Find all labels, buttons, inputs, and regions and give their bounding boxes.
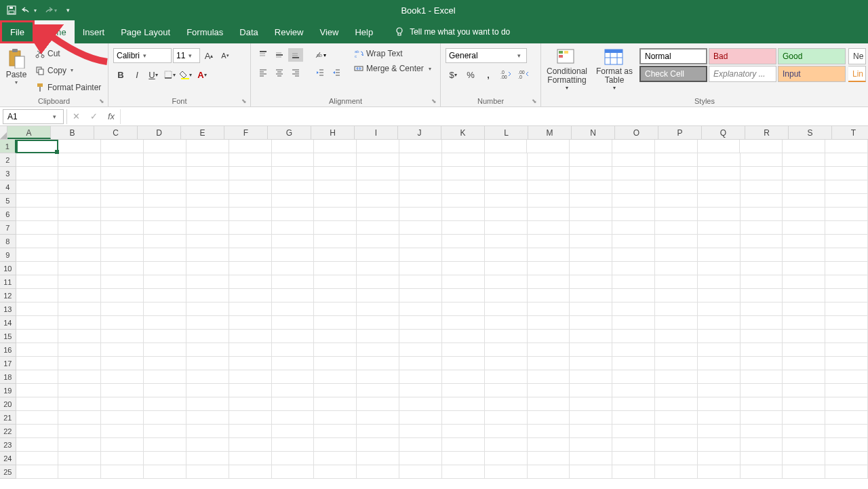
cell[interactable] bbox=[144, 302, 186, 316]
cell[interactable] bbox=[698, 208, 741, 221]
cell[interactable] bbox=[741, 208, 783, 221]
style-check-cell[interactable]: Check Cell bbox=[639, 66, 707, 82]
cell[interactable] bbox=[186, 384, 229, 397]
cell[interactable] bbox=[357, 343, 399, 357]
cell[interactable] bbox=[186, 438, 229, 452]
cell[interactable] bbox=[186, 262, 229, 275]
cell[interactable] bbox=[16, 153, 59, 167]
column-header[interactable]: J bbox=[398, 126, 441, 139]
cell[interactable] bbox=[314, 194, 357, 208]
cell[interactable] bbox=[612, 167, 655, 180]
cell[interactable] bbox=[272, 180, 315, 194]
cell[interactable] bbox=[485, 465, 528, 479]
cell[interactable] bbox=[698, 275, 741, 289]
cell[interactable] bbox=[186, 208, 229, 221]
cell[interactable] bbox=[229, 140, 272, 153]
cell[interactable] bbox=[655, 411, 698, 425]
cell[interactable] bbox=[825, 357, 868, 370]
cell[interactable] bbox=[485, 248, 528, 262]
cell[interactable] bbox=[399, 167, 442, 180]
cell[interactable] bbox=[144, 343, 186, 357]
cell[interactable] bbox=[612, 343, 655, 357]
cell[interactable] bbox=[783, 208, 825, 221]
cell[interactable] bbox=[825, 289, 868, 302]
cell[interactable] bbox=[612, 411, 655, 425]
cell[interactable] bbox=[314, 248, 357, 262]
cell[interactable] bbox=[399, 289, 442, 302]
cell[interactable] bbox=[101, 235, 144, 248]
cell[interactable] bbox=[655, 167, 698, 180]
cell[interactable] bbox=[101, 438, 144, 452]
cell[interactable] bbox=[655, 180, 698, 194]
cell[interactable] bbox=[570, 221, 612, 235]
cell[interactable] bbox=[186, 465, 229, 479]
paste-button[interactable]: Paste ▾ bbox=[2, 45, 31, 96]
cell[interactable] bbox=[58, 465, 101, 479]
cell[interactable] bbox=[485, 397, 528, 411]
cell[interactable] bbox=[272, 140, 315, 153]
comma-format-button[interactable]: , bbox=[481, 67, 496, 82]
cell[interactable] bbox=[186, 221, 229, 235]
cell[interactable] bbox=[698, 452, 741, 465]
row-header[interactable]: 20 bbox=[0, 397, 16, 411]
cell[interactable] bbox=[101, 370, 144, 384]
cell[interactable] bbox=[101, 262, 144, 275]
cell[interactable] bbox=[528, 153, 570, 167]
format-as-table-button[interactable]: Format as Table▾ bbox=[591, 45, 638, 91]
cell[interactable] bbox=[101, 248, 144, 262]
row-header[interactable]: 2 bbox=[0, 153, 16, 167]
cell[interactable] bbox=[825, 180, 868, 194]
cell[interactable] bbox=[399, 221, 442, 235]
cell[interactable] bbox=[442, 411, 485, 425]
cell[interactable] bbox=[783, 357, 825, 370]
cell[interactable] bbox=[16, 208, 59, 221]
conditional-formatting-button[interactable]: Conditional Formatting▾ bbox=[543, 45, 591, 91]
cell[interactable] bbox=[485, 357, 528, 370]
cell[interactable] bbox=[314, 180, 357, 194]
cell[interactable] bbox=[570, 343, 612, 357]
cell[interactable] bbox=[612, 357, 655, 370]
cell[interactable] bbox=[485, 330, 528, 343]
cell[interactable] bbox=[186, 411, 229, 425]
format-painter-button[interactable]: Format Painter bbox=[33, 81, 103, 94]
cell[interactable] bbox=[229, 438, 272, 452]
cell[interactable] bbox=[144, 275, 186, 289]
cell[interactable] bbox=[570, 167, 612, 180]
row-header[interactable]: 6 bbox=[0, 208, 16, 221]
cell[interactable] bbox=[16, 289, 59, 302]
cell[interactable] bbox=[101, 302, 144, 316]
cell[interactable] bbox=[58, 208, 101, 221]
cell[interactable] bbox=[314, 438, 357, 452]
tab-insert[interactable]: Insert bbox=[75, 20, 113, 43]
cell[interactable] bbox=[16, 330, 59, 343]
cell[interactable] bbox=[655, 452, 698, 465]
cell[interactable] bbox=[58, 302, 101, 316]
cell[interactable] bbox=[272, 397, 315, 411]
cell[interactable] bbox=[58, 370, 101, 384]
cell[interactable] bbox=[612, 275, 655, 289]
cell[interactable] bbox=[741, 465, 783, 479]
cell[interactable] bbox=[357, 438, 399, 452]
column-header[interactable]: A bbox=[7, 126, 51, 139]
merge-center-button[interactable]: Merge & Center ▾ bbox=[352, 63, 433, 74]
align-top-button[interactable] bbox=[256, 48, 271, 62]
cell[interactable] bbox=[58, 316, 101, 330]
cell[interactable] bbox=[612, 425, 655, 438]
formula-input[interactable] bbox=[120, 109, 868, 124]
tab-view[interactable]: View bbox=[311, 20, 347, 43]
cell[interactable] bbox=[399, 465, 442, 479]
cell[interactable] bbox=[528, 289, 570, 302]
style-neutral-partial[interactable]: Ne bbox=[848, 48, 866, 64]
cell[interactable] bbox=[741, 438, 783, 452]
cell[interactable] bbox=[570, 357, 612, 370]
cell[interactable] bbox=[357, 289, 399, 302]
cell[interactable] bbox=[144, 262, 186, 275]
row-header[interactable]: 9 bbox=[0, 248, 16, 262]
cell[interactable] bbox=[825, 262, 868, 275]
cell[interactable] bbox=[58, 262, 101, 275]
cell[interactable] bbox=[655, 248, 698, 262]
decrease-indent-button[interactable] bbox=[313, 66, 328, 79]
cell[interactable] bbox=[741, 384, 783, 397]
cell[interactable] bbox=[783, 235, 825, 248]
cell[interactable] bbox=[272, 302, 315, 316]
